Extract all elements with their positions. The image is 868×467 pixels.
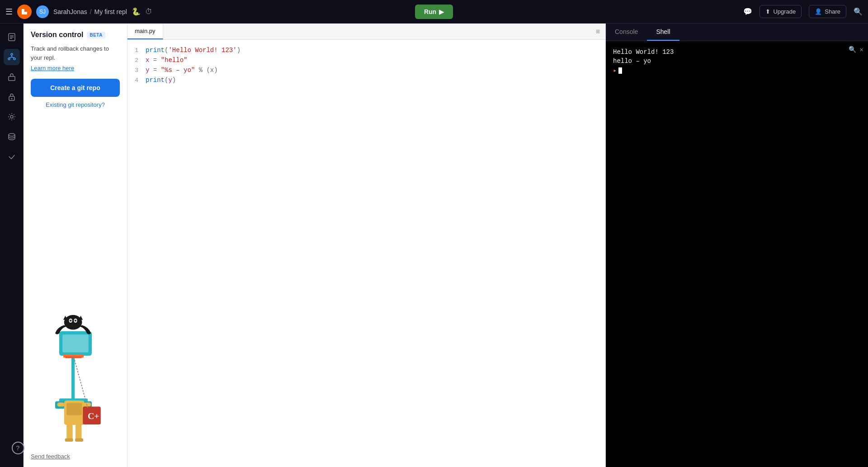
avatar[interactable]: SJ	[36, 5, 49, 18]
console-toolbar: 🔍 ✕	[849, 46, 863, 53]
tab-label: main.py	[135, 28, 156, 34]
sidebar-item-settings[interactable]	[4, 109, 20, 125]
upgrade-icon: ⬆	[765, 8, 770, 15]
vc-illustration: C+	[31, 108, 120, 449]
code-line-4: 4 print(y)	[127, 75, 605, 85]
chat-icon[interactable]: 💬	[743, 7, 752, 16]
console-output-line-1: Hello World! 123	[613, 48, 861, 56]
python-icon: 🐍	[132, 7, 141, 16]
line-content-4: print(y)	[146, 76, 176, 84]
editor-area: main.py ≡ 1 print('Hello World! 123') 2 …	[127, 24, 606, 467]
svg-rect-33	[75, 424, 82, 440]
svg-point-26	[69, 319, 71, 322]
code-editor[interactable]: 1 print('Hello World! 123') 2 x = "hello…	[127, 40, 605, 467]
console-search-icon[interactable]: 🔍	[849, 46, 856, 53]
prompt-cursor	[618, 67, 622, 74]
breadcrumb-separator: /	[90, 8, 92, 15]
line-number-4: 4	[127, 77, 146, 84]
existing-repo-link[interactable]: Existing git repository?	[31, 101, 120, 108]
prompt-arrow-icon: ▸	[613, 67, 617, 74]
editor-tabs: main.py ≡	[127, 24, 605, 40]
breadcrumb: SarahJonas / My first repl	[53, 8, 127, 15]
sidebar-item-git[interactable]	[4, 49, 20, 65]
topbar: ☰ SJ SarahJonas / My first repl 🐍 ⏱ Run …	[0, 0, 868, 24]
svg-rect-16	[71, 352, 75, 400]
username-label[interactable]: SarahJonas	[53, 8, 87, 15]
help-icon[interactable]: ?	[12, 442, 24, 454]
run-button[interactable]: Run ▶	[415, 5, 453, 19]
history-icon[interactable]: ⏱	[145, 8, 152, 16]
right-panel: Console Shell 🔍 ✕ Hello World! 123 hello…	[606, 24, 868, 467]
line-content-3: y = "%s – yo" % (x)	[146, 67, 218, 74]
learn-more-link[interactable]: Learn more here	[31, 65, 120, 71]
svg-point-23	[64, 315, 82, 329]
console-tabs: Console Shell	[606, 24, 868, 41]
share-icon: 👤	[815, 8, 822, 15]
svg-rect-36	[57, 403, 64, 407]
code-line-3: 3 y = "%s – yo" % (x)	[127, 65, 605, 75]
console-tab-label: Console	[615, 28, 638, 35]
topbar-center: Run ▶	[415, 5, 453, 19]
svg-rect-34	[65, 438, 73, 442]
console-output[interactable]: 🔍 ✕ Hello World! 123 hello – yo ▸	[606, 41, 868, 467]
topbar-right: 💬 ⬆ Upgrade 👤 Share 🔍	[458, 5, 863, 18]
run-label: Run	[424, 8, 436, 15]
svg-point-6	[8, 58, 10, 60]
sidebar-item-secrets[interactable]	[4, 89, 20, 105]
share-button[interactable]: 👤 Share	[809, 5, 846, 18]
replit-logo	[17, 5, 32, 19]
upgrade-button[interactable]: ⬆ Upgrade	[760, 5, 802, 18]
vc-header: Version control BETA	[31, 31, 120, 39]
svg-point-5	[11, 53, 13, 55]
line-number-2: 2	[127, 57, 146, 64]
line-content-1: print('Hello World! 123')	[146, 47, 241, 54]
hamburger-icon[interactable]: ☰	[5, 7, 13, 17]
code-line-1: 1 print('Hello World! 123')	[127, 45, 605, 55]
svg-rect-35	[75, 438, 83, 442]
console-close-icon[interactable]: ✕	[860, 46, 863, 53]
send-feedback-link[interactable]: Send feedback	[31, 453, 120, 460]
tab-main-py[interactable]: main.py	[127, 24, 163, 39]
svg-line-9	[9, 57, 12, 58]
icon-sidebar: ?	[0, 24, 24, 467]
line-number-1: 1	[127, 47, 146, 54]
share-label: Share	[825, 8, 840, 15]
line-content-2: x = "hello"	[146, 57, 187, 64]
beta-badge: BETA	[87, 32, 105, 38]
svg-rect-31	[66, 403, 82, 415]
svg-point-14	[10, 115, 13, 118]
svg-point-27	[74, 319, 76, 322]
console-output-line-2: hello – yo	[613, 57, 861, 65]
create-git-button[interactable]: Create a git repo	[31, 79, 120, 97]
shell-tab-label: Shell	[656, 28, 670, 35]
editor-tab-actions[interactable]: ≡	[596, 28, 605, 36]
upgrade-label: Upgrade	[773, 8, 796, 15]
console-prompt: ▸	[613, 67, 861, 74]
sidebar-item-files[interactable]	[4, 29, 20, 45]
vc-title: Version control	[31, 31, 83, 39]
svg-point-13	[11, 98, 12, 100]
main-layout: ? Version control BETA Track and rollbac…	[0, 24, 868, 467]
sidebar-item-database[interactable]	[4, 129, 20, 145]
line-number-3: 3	[127, 67, 146, 74]
svg-rect-20	[62, 334, 89, 353]
sidebar-item-packages[interactable]	[4, 69, 20, 85]
svg-rect-37	[84, 403, 91, 407]
svg-line-10	[12, 57, 14, 58]
vc-description: Track and rollback changes to your repl.	[31, 44, 120, 62]
version-control-panel: Version control BETA Track and rollback …	[24, 24, 127, 467]
code-line-2: 2 x = "hello"	[127, 55, 605, 65]
repl-name-label[interactable]: My first repl	[94, 8, 127, 15]
svg-text:C+: C+	[88, 411, 99, 421]
sidebar-item-check[interactable]	[4, 148, 20, 165]
svg-point-7	[14, 58, 15, 60]
search-icon-top[interactable]: 🔍	[854, 7, 863, 16]
svg-rect-11	[9, 76, 15, 81]
topbar-left: ☰ SJ SarahJonas / My first repl 🐍 ⏱	[5, 5, 410, 19]
tab-console[interactable]: Console	[606, 24, 647, 41]
svg-point-15	[9, 133, 15, 136]
svg-rect-32	[66, 424, 73, 440]
run-triangle-icon: ▶	[439, 8, 444, 15]
tab-shell[interactable]: Shell	[647, 24, 679, 41]
